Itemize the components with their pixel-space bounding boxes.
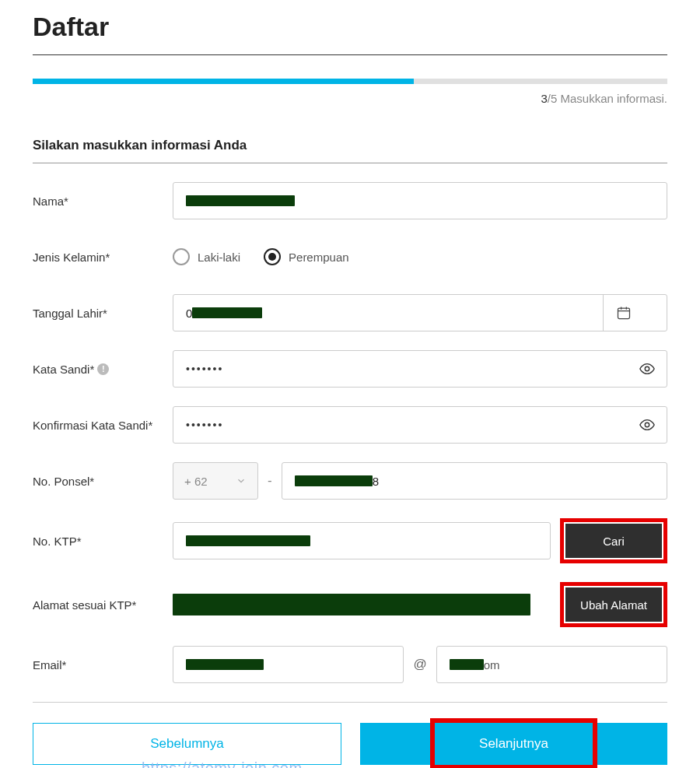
input-email-local[interactable] [173, 646, 404, 683]
radio-label-female: Perempuan [289, 251, 349, 264]
prev-button[interactable]: Sebelumnya [33, 723, 341, 765]
highlight-ktp-button: Cari [560, 518, 667, 563]
input-password-confirm[interactable]: ••••••• [173, 406, 667, 444]
next-button[interactable]: Selanjutnya [360, 723, 667, 765]
ktp-value-redacted [186, 535, 310, 546]
password-value: ••••••• [186, 363, 223, 375]
phone-separator: - [268, 473, 272, 489]
address-value-redacted [173, 594, 530, 615]
radio-female[interactable]: Perempuan [264, 248, 349, 265]
svg-point-1 [645, 366, 649, 371]
row-password: Kata Sandi* ! ••••••• [33, 350, 667, 388]
row-name: Nama* [33, 182, 667, 219]
calendar-icon-wrap[interactable] [603, 294, 643, 331]
label-phone: No. Ponsel* [33, 475, 173, 488]
dob-value-redacted [192, 307, 262, 318]
label-email: Email* [33, 658, 173, 672]
progress-fill [33, 79, 414, 84]
row-dob: Tanggal Lahir* 0 [33, 294, 667, 331]
name-value-redacted [186, 195, 295, 206]
page-title: Daftar [33, 12, 667, 55]
label-ktp: No. KTP* [33, 535, 173, 548]
label-password-text: Kata Sandi* [33, 363, 94, 376]
email-local-redacted [186, 659, 264, 670]
progress-label: Masukkan informasi. [557, 92, 667, 105]
label-password-confirm: Konfirmasi Kata Sandi* [33, 419, 173, 432]
row-phone: No. Ponsel* + 62 - 8 [33, 462, 667, 500]
row-ktp: No. KTP* Cari [33, 518, 667, 563]
row-email: Email* @ om [33, 646, 667, 683]
eye-icon-password[interactable] [639, 360, 656, 377]
progress-section: 3/5 Masukkan informasi. [33, 79, 667, 105]
svg-rect-0 [618, 308, 629, 318]
svg-point-2 [645, 423, 649, 427]
row-password-confirm: Konfirmasi Kata Sandi* ••••••• [33, 406, 667, 444]
phone-prefix-select[interactable]: + 62 [173, 462, 258, 500]
label-dob: Tanggal Lahir* [33, 307, 173, 320]
input-phone[interactable]: 8 [282, 462, 667, 500]
input-password[interactable]: ••••••• [173, 350, 667, 388]
radio-circle-male [173, 248, 190, 265]
input-ktp[interactable] [173, 522, 551, 559]
calendar-icon [616, 305, 632, 321]
highlight-address-button: Ubah Alamat [560, 582, 667, 627]
row-address: Alamat sesuai KTP* Ubah Alamat [33, 582, 667, 627]
progress-step-total: /5 [548, 92, 558, 105]
phone-prefix-value: + 62 [184, 475, 208, 488]
eye-icon-password-confirm[interactable] [639, 416, 656, 433]
chevron-down-icon [236, 475, 247, 486]
email-domain-redacted [450, 659, 484, 670]
email-at-symbol: @ [413, 657, 426, 672]
progress-text: 3/5 Masukkan informasi. [33, 92, 667, 105]
section-title: Silakan masukkan informasi Anda [33, 138, 667, 163]
label-gender: Jenis Kelamin* [33, 251, 173, 264]
progress-step-current: 3 [541, 92, 547, 105]
input-dob[interactable]: 0 [173, 294, 667, 331]
radio-circle-female [264, 248, 281, 265]
password-confirm-value: ••••••• [186, 419, 223, 431]
address-value [173, 594, 551, 615]
gender-radio-group: Laki-laki Perempuan [173, 248, 349, 265]
label-password: Kata Sandi* ! [33, 363, 173, 376]
nav-row: Sebelumnya Selanjutnya [33, 723, 667, 765]
input-email-domain[interactable]: om [436, 646, 667, 683]
label-address: Alamat sesuai KTP* [33, 598, 173, 612]
radio-male[interactable]: Laki-laki [173, 248, 240, 265]
radio-label-male: Laki-laki [198, 251, 240, 264]
progress-bar [33, 79, 667, 84]
label-name: Nama* [33, 195, 173, 208]
change-address-button[interactable]: Ubah Alamat [565, 587, 662, 622]
input-name[interactable] [173, 182, 667, 219]
email-domain-suffix: om [484, 658, 500, 672]
info-icon[interactable]: ! [97, 363, 109, 375]
search-ktp-button[interactable]: Cari [565, 524, 662, 558]
phone-value-redacted [295, 475, 373, 486]
divider [33, 702, 667, 703]
row-gender: Jenis Kelamin* Laki-laki Perempuan [33, 238, 667, 275]
